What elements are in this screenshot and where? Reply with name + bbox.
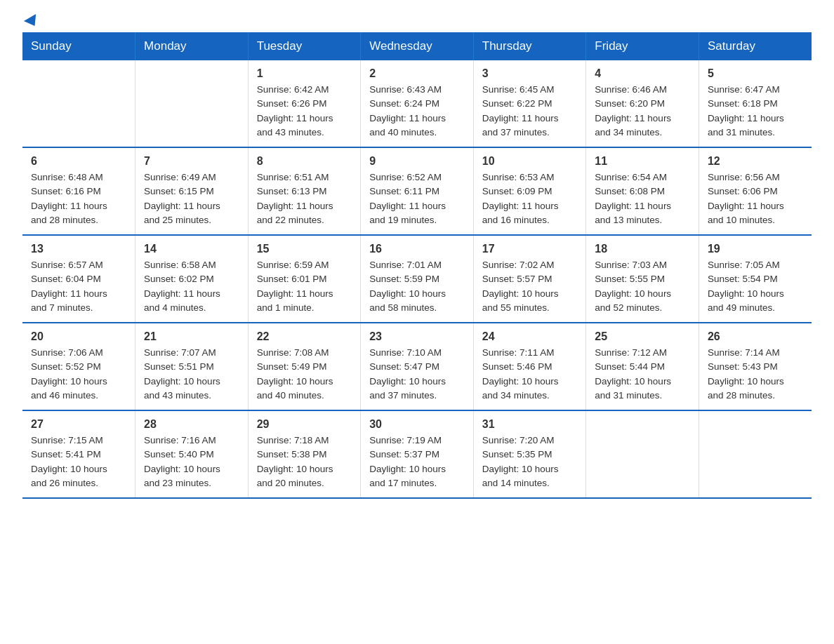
calendar-cell: 21Sunrise: 7:07 AMSunset: 5:51 PMDayligh…: [135, 323, 249, 410]
calendar-cell: 13Sunrise: 6:57 AMSunset: 6:04 PMDayligh…: [22, 235, 135, 323]
day-info: Sunrise: 6:59 AMSunset: 6:01 PMDaylight:…: [257, 258, 352, 315]
calendar-cell: [586, 410, 699, 498]
day-number: 18: [595, 243, 690, 255]
day-info: Sunrise: 7:02 AMSunset: 5:57 PMDaylight:…: [482, 258, 578, 315]
calendar-week-2: 6Sunrise: 6:48 AMSunset: 6:16 PMDaylight…: [22, 147, 812, 235]
day-info: Sunrise: 6:45 AMSunset: 6:22 PMDaylight:…: [482, 83, 578, 140]
day-number: 7: [144, 155, 239, 168]
day-number: 3: [482, 67, 578, 80]
calendar-cell: 1Sunrise: 6:42 AMSunset: 6:26 PMDaylight…: [248, 60, 361, 147]
weekday-header-tuesday: Tuesday: [248, 32, 361, 60]
day-info: Sunrise: 7:01 AMSunset: 5:59 PMDaylight:…: [369, 258, 465, 315]
day-info: Sunrise: 7:12 AMSunset: 5:44 PMDaylight:…: [595, 346, 690, 403]
day-number: 6: [31, 155, 126, 168]
day-info: Sunrise: 6:56 AMSunset: 6:06 PMDaylight:…: [708, 170, 803, 227]
day-number: 11: [595, 155, 690, 168]
weekday-header-saturday: Saturday: [699, 32, 812, 60]
day-number: 16: [369, 243, 465, 255]
calendar-cell: 3Sunrise: 6:45 AMSunset: 6:22 PMDaylight…: [473, 60, 586, 147]
calendar-header: SundayMondayTuesdayWednesdayThursdayFrid…: [22, 32, 812, 60]
calendar-cell: 27Sunrise: 7:15 AMSunset: 5:41 PMDayligh…: [22, 410, 135, 498]
day-info: Sunrise: 7:15 AMSunset: 5:41 PMDaylight:…: [31, 434, 126, 490]
day-info: Sunrise: 7:16 AMSunset: 5:40 PMDaylight:…: [144, 434, 239, 490]
calendar-cell: 20Sunrise: 7:06 AMSunset: 5:52 PMDayligh…: [22, 323, 135, 410]
day-info: Sunrise: 6:57 AMSunset: 6:04 PMDaylight:…: [31, 258, 126, 315]
calendar-cell: 28Sunrise: 7:16 AMSunset: 5:40 PMDayligh…: [135, 410, 249, 498]
day-info: Sunrise: 7:19 AMSunset: 5:37 PMDaylight:…: [369, 434, 465, 490]
day-info: Sunrise: 7:20 AMSunset: 5:35 PMDaylight:…: [482, 434, 578, 490]
calendar-cell: [135, 60, 249, 147]
day-number: 27: [31, 418, 126, 431]
calendar-cell: 15Sunrise: 6:59 AMSunset: 6:01 PMDayligh…: [248, 235, 361, 323]
day-number: 15: [257, 243, 352, 255]
day-info: Sunrise: 6:52 AMSunset: 6:11 PMDaylight:…: [369, 170, 465, 227]
weekday-header-row: SundayMondayTuesdayWednesdayThursdayFrid…: [22, 32, 812, 60]
day-info: Sunrise: 7:18 AMSunset: 5:38 PMDaylight:…: [257, 434, 352, 490]
day-info: Sunrise: 6:49 AMSunset: 6:15 PMDaylight:…: [144, 170, 239, 227]
day-number: 20: [31, 330, 126, 343]
calendar-cell: 6Sunrise: 6:48 AMSunset: 6:16 PMDaylight…: [22, 147, 135, 235]
calendar-cell: 24Sunrise: 7:11 AMSunset: 5:46 PMDayligh…: [473, 323, 586, 410]
calendar-cell: [22, 60, 135, 147]
day-number: 23: [369, 330, 465, 343]
calendar-cell: 26Sunrise: 7:14 AMSunset: 5:43 PMDayligh…: [699, 323, 812, 410]
day-number: 12: [708, 155, 803, 168]
day-info: Sunrise: 7:14 AMSunset: 5:43 PMDaylight:…: [708, 346, 803, 403]
day-number: 13: [31, 243, 126, 255]
calendar-cell: 17Sunrise: 7:02 AMSunset: 5:57 PMDayligh…: [473, 235, 586, 323]
logo-triangle-icon: [24, 14, 41, 29]
day-number: 29: [257, 418, 352, 431]
day-info: Sunrise: 7:07 AMSunset: 5:51 PMDaylight:…: [144, 346, 239, 403]
calendar-cell: 10Sunrise: 6:53 AMSunset: 6:09 PMDayligh…: [473, 147, 586, 235]
weekday-header-friday: Friday: [586, 32, 699, 60]
calendar-cell: 7Sunrise: 6:49 AMSunset: 6:15 PMDaylight…: [135, 147, 249, 235]
calendar-cell: 8Sunrise: 6:51 AMSunset: 6:13 PMDaylight…: [248, 147, 361, 235]
day-info: Sunrise: 7:08 AMSunset: 5:49 PMDaylight:…: [257, 346, 352, 403]
day-info: Sunrise: 6:42 AMSunset: 6:26 PMDaylight:…: [257, 83, 352, 140]
calendar-body: 1Sunrise: 6:42 AMSunset: 6:26 PMDaylight…: [22, 60, 812, 498]
day-number: 1: [257, 67, 352, 80]
day-number: 10: [482, 155, 578, 168]
day-info: Sunrise: 6:47 AMSunset: 6:18 PMDaylight:…: [708, 83, 803, 140]
calendar-cell: 29Sunrise: 7:18 AMSunset: 5:38 PMDayligh…: [248, 410, 361, 498]
calendar-cell: 18Sunrise: 7:03 AMSunset: 5:55 PMDayligh…: [586, 235, 699, 323]
logo: [22, 17, 39, 24]
day-info: Sunrise: 7:05 AMSunset: 5:54 PMDaylight:…: [708, 258, 803, 315]
day-number: 28: [144, 418, 239, 431]
weekday-header-sunday: Sunday: [22, 32, 135, 60]
calendar-week-5: 27Sunrise: 7:15 AMSunset: 5:41 PMDayligh…: [22, 410, 812, 498]
calendar-cell: 9Sunrise: 6:52 AMSunset: 6:11 PMDaylight…: [361, 147, 474, 235]
day-number: 19: [708, 243, 803, 255]
calendar-cell: 12Sunrise: 6:56 AMSunset: 6:06 PMDayligh…: [699, 147, 812, 235]
day-info: Sunrise: 6:46 AMSunset: 6:20 PMDaylight:…: [595, 83, 690, 140]
calendar-cell: 16Sunrise: 7:01 AMSunset: 5:59 PMDayligh…: [361, 235, 474, 323]
day-info: Sunrise: 7:10 AMSunset: 5:47 PMDaylight:…: [369, 346, 465, 403]
day-number: 22: [257, 330, 352, 343]
day-info: Sunrise: 7:03 AMSunset: 5:55 PMDaylight:…: [595, 258, 690, 315]
day-info: Sunrise: 6:53 AMSunset: 6:09 PMDaylight:…: [482, 170, 578, 227]
day-number: 4: [595, 67, 690, 80]
calendar-week-3: 13Sunrise: 6:57 AMSunset: 6:04 PMDayligh…: [22, 235, 812, 323]
day-number: 26: [708, 330, 803, 343]
calendar-cell: 23Sunrise: 7:10 AMSunset: 5:47 PMDayligh…: [361, 323, 474, 410]
day-info: Sunrise: 6:48 AMSunset: 6:16 PMDaylight:…: [31, 170, 126, 227]
calendar-cell: 5Sunrise: 6:47 AMSunset: 6:18 PMDaylight…: [699, 60, 812, 147]
calendar-table: SundayMondayTuesdayWednesdayThursdayFrid…: [22, 32, 812, 499]
calendar-cell: 4Sunrise: 6:46 AMSunset: 6:20 PMDaylight…: [586, 60, 699, 147]
day-info: Sunrise: 7:06 AMSunset: 5:52 PMDaylight:…: [31, 346, 126, 403]
day-number: 9: [369, 155, 465, 168]
calendar-cell: 19Sunrise: 7:05 AMSunset: 5:54 PMDayligh…: [699, 235, 812, 323]
weekday-header-thursday: Thursday: [473, 32, 586, 60]
day-number: 2: [369, 67, 465, 80]
day-number: 17: [482, 243, 578, 255]
calendar-week-1: 1Sunrise: 6:42 AMSunset: 6:26 PMDaylight…: [22, 60, 812, 147]
day-number: 24: [482, 330, 578, 343]
day-number: 5: [708, 67, 803, 80]
calendar-cell: 11Sunrise: 6:54 AMSunset: 6:08 PMDayligh…: [586, 147, 699, 235]
calendar-week-4: 20Sunrise: 7:06 AMSunset: 5:52 PMDayligh…: [22, 323, 812, 410]
day-info: Sunrise: 6:51 AMSunset: 6:13 PMDaylight:…: [257, 170, 352, 227]
calendar-cell: 14Sunrise: 6:58 AMSunset: 6:02 PMDayligh…: [135, 235, 249, 323]
calendar-cell: 30Sunrise: 7:19 AMSunset: 5:37 PMDayligh…: [361, 410, 474, 498]
day-info: Sunrise: 6:43 AMSunset: 6:24 PMDaylight:…: [369, 83, 465, 140]
calendar-cell: 25Sunrise: 7:12 AMSunset: 5:44 PMDayligh…: [586, 323, 699, 410]
